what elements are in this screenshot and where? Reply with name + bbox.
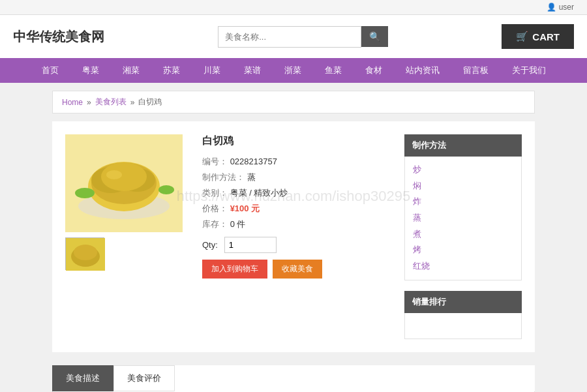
top-bar: 👤 user bbox=[0, 0, 587, 15]
product-method-label: 制作方法： bbox=[202, 172, 245, 182]
product-stock-value: 0 件 bbox=[230, 219, 246, 229]
nav-item-news[interactable]: 站内资讯 bbox=[394, 58, 451, 83]
sales-rank-title: 销量排行 bbox=[404, 291, 522, 313]
cart-button[interactable]: 🛒 CART bbox=[502, 24, 574, 49]
product-main-image bbox=[65, 134, 183, 232]
nav-item-ingredients[interactable]: 食材 bbox=[354, 58, 394, 83]
nav-item-xiang[interactable]: 湘菜 bbox=[111, 58, 151, 83]
breadcrumb-sep1: » bbox=[87, 98, 91, 107]
svg-point-8 bbox=[158, 185, 174, 194]
product-category-row: 类别： 粤菜 / 精致小炒 bbox=[202, 187, 391, 199]
cooking-methods-title: 制作方法 bbox=[404, 134, 522, 157]
product-images bbox=[65, 134, 183, 339]
cart-label: CART bbox=[532, 31, 560, 42]
logo: 中华传统美食网 bbox=[13, 28, 104, 46]
product-id-row: 编号： 0228213757 bbox=[202, 156, 391, 168]
method-zheng[interactable]: 蒸 bbox=[413, 210, 513, 226]
action-buttons: 加入到购物车 收藏美食 bbox=[202, 260, 391, 279]
product-stock-label: 库存： bbox=[202, 219, 228, 229]
favorite-button[interactable]: 收藏美食 bbox=[273, 260, 322, 279]
sales-rank-section: 销量排行 bbox=[404, 291, 522, 339]
product-category-value: 粤菜 / 精致小炒 bbox=[230, 188, 288, 198]
svg-point-9 bbox=[106, 170, 122, 179]
product-price-label: 价格： bbox=[202, 204, 228, 213]
nav-item-message[interactable]: 留言板 bbox=[451, 58, 500, 83]
method-men[interactable]: 焖 bbox=[413, 178, 513, 194]
qty-input[interactable] bbox=[224, 237, 277, 253]
product-thumbnail[interactable] bbox=[65, 237, 104, 270]
desc-tabs: 美食描述 美食评价 bbox=[52, 365, 535, 391]
breadcrumb: Home » 美食列表 » 白切鸡 bbox=[52, 91, 535, 113]
product-title: 白切鸡 bbox=[202, 134, 391, 148]
sales-rank-list bbox=[404, 313, 522, 339]
nav-item-about[interactable]: 关于我们 bbox=[500, 58, 558, 83]
cooking-methods-section: 制作方法 炒 焖 炸 蒸 煮 烤 红烧 bbox=[404, 134, 522, 280]
nav-item-su[interactable]: 苏菜 bbox=[151, 58, 192, 83]
qty-row: Qty: bbox=[202, 237, 391, 253]
method-kao[interactable]: 烤 bbox=[413, 242, 513, 258]
add-to-cart-button[interactable]: 加入到购物车 bbox=[202, 260, 267, 279]
nav-item-yue[interactable]: 粤菜 bbox=[70, 58, 111, 83]
product-method-row: 制作方法： 蒸 bbox=[202, 172, 391, 183]
breadcrumb-current: 白切鸡 bbox=[138, 97, 162, 108]
svg-point-7 bbox=[75, 188, 95, 198]
breadcrumb-sep2: » bbox=[130, 98, 135, 107]
nav-item-recipe[interactable]: 菜谱 bbox=[232, 58, 273, 83]
product-method-value: 蒸 bbox=[247, 172, 256, 182]
header: 中华传统美食网 🔍 🛒 CART bbox=[0, 15, 587, 58]
main-content: 白切鸡 编号： 0228213757 制作方法： 蒸 类别： 粤菜 / 精致小炒… bbox=[52, 121, 535, 352]
tab-description[interactable]: 美食描述 bbox=[52, 365, 113, 391]
product-stock-row: 库存： 0 件 bbox=[202, 219, 391, 230]
qty-label: Qty: bbox=[202, 240, 218, 250]
right-sidebar: 制作方法 炒 焖 炸 蒸 煮 烤 红烧 销量排行 bbox=[404, 134, 522, 339]
user-label: user bbox=[559, 3, 574, 12]
nav-item-zhe[interactable]: 浙菜 bbox=[273, 58, 313, 83]
breadcrumb-category[interactable]: 美食列表 bbox=[95, 97, 127, 108]
search-area: 🔍 bbox=[218, 26, 388, 48]
method-zha[interactable]: 炸 bbox=[413, 194, 513, 210]
product-id-label: 编号： bbox=[202, 157, 228, 166]
product-info: 白切鸡 编号： 0228213757 制作方法： 蒸 类别： 粤菜 / 精致小炒… bbox=[196, 134, 391, 339]
search-input[interactable] bbox=[218, 26, 361, 48]
breadcrumb-home[interactable]: Home bbox=[62, 98, 83, 107]
nav-item-chuan[interactable]: 川菜 bbox=[192, 58, 232, 83]
user-icon: 👤 bbox=[547, 3, 556, 12]
product-image-svg bbox=[65, 134, 183, 232]
product-section: 白切鸡 编号： 0228213757 制作方法： 蒸 类别： 粤菜 / 精致小炒… bbox=[65, 134, 391, 339]
method-chao[interactable]: 炒 bbox=[413, 162, 513, 178]
cart-icon: 🛒 bbox=[516, 31, 528, 42]
svg-point-12 bbox=[74, 245, 97, 260]
method-zhu[interactable]: 煮 bbox=[413, 226, 513, 243]
product-price-row: 价格： ¥100 元 bbox=[202, 203, 391, 215]
main-nav: 首页 粤菜 湘菜 苏菜 川菜 菜谱 浙菜 鱼菜 食材 站内资讯 留言板 关于我们 bbox=[0, 58, 587, 83]
nav-item-fish[interactable]: 鱼菜 bbox=[313, 58, 354, 83]
nav-item-home[interactable]: 首页 bbox=[30, 58, 70, 83]
product-id-value: 0228213757 bbox=[230, 157, 277, 166]
tab-comments[interactable]: 美食评价 bbox=[113, 365, 175, 391]
method-hongshao[interactable]: 红烧 bbox=[413, 258, 513, 275]
product-price-value: ¥100 元 bbox=[230, 204, 260, 213]
description-section: 美食描述 美食评价 烹制鸡时的锅凤先 将干水分，锅内放入清水10千克，放入葱段、… bbox=[52, 365, 535, 392]
search-button[interactable]: 🔍 bbox=[361, 26, 388, 47]
cooking-methods-list: 炒 焖 炸 蒸 煮 烤 红烧 bbox=[404, 157, 522, 280]
product-category-label: 类别： bbox=[202, 188, 228, 198]
